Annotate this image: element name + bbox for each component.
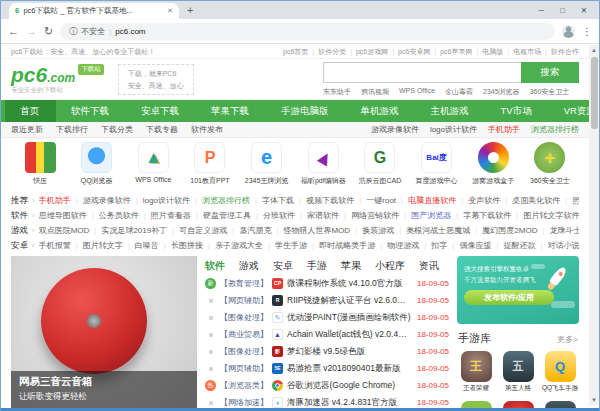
page-scrollbar[interactable]: ▲ ▼ xyxy=(589,45,599,405)
software-list-row[interactable]: 【商业贸易】 ▲ Achain Wallet(act钱包) v2.0.4官方版 … xyxy=(205,326,449,343)
keyword-link[interactable]: 变声软件 xyxy=(456,195,500,206)
keyword-link[interactable]: 换装游戏 xyxy=(350,225,394,236)
subnav-link[interactable]: 最近更新 xyxy=(11,124,43,135)
keyword-link[interactable]: 即时战略类手游 xyxy=(307,240,375,251)
game-card[interactable]: Q QQ飞车手游 xyxy=(541,351,579,393)
game-card[interactable]: 王 王者荣耀 xyxy=(457,351,495,393)
panel-tab[interactable]: 游戏 xyxy=(239,259,259,273)
keyword-link[interactable]: 对话小说 xyxy=(535,240,579,251)
forward-button[interactable]: → xyxy=(26,26,37,37)
nav-item[interactable]: 安卓下载 xyxy=(126,100,196,122)
software-title-link[interactable]: 微课程制作系统 v4.10.0官方版 xyxy=(287,278,413,290)
keyword-link[interactable]: 亲子游戏大全 xyxy=(203,240,263,251)
keyword-link[interactable]: 家谱软件 xyxy=(295,210,339,221)
game-card[interactable]: 仙 xyxy=(541,401,579,408)
scroll-up-icon[interactable]: ▲ xyxy=(589,47,599,53)
category-link[interactable]: 【网页辅助】 xyxy=(220,295,268,306)
keyword-link[interactable]: 网络营销软件 xyxy=(339,210,399,221)
panel-tab[interactable]: 安卓 xyxy=(273,259,293,273)
featured-app[interactable]: + 360安全卫士 xyxy=(525,141,575,193)
software-list-row[interactable]: 【网页辅助】 5E 易游抢票 v2018090401最新版 18-09-05 xyxy=(205,360,449,377)
scroll-down-icon[interactable]: ▼ xyxy=(589,397,599,403)
keyword-link[interactable]: 物理游戏 xyxy=(375,240,419,251)
keyword-link[interactable]: 一键root xyxy=(354,195,396,206)
keyword-link[interactable]: 白噪音 xyxy=(123,240,159,251)
hot-word-link[interactable]: 2345浏览器 xyxy=(483,87,520,97)
nav-item[interactable]: 单机游戏 xyxy=(346,100,416,122)
keyword-link[interactable]: 偶像应援 xyxy=(447,240,491,251)
software-title-link[interactable]: 海豚加速器 v4.2.4.831官方版 xyxy=(287,397,413,409)
category-link[interactable]: 【网页辅助】 xyxy=(220,363,268,374)
category-link[interactable]: 【浏览器类】 xyxy=(220,380,268,391)
nav-item[interactable]: 主机游戏 xyxy=(416,100,486,122)
top-link[interactable]: pc6游戏网 xyxy=(346,47,388,57)
panel-tab[interactable]: 软件 xyxy=(205,259,225,273)
keyword-link[interactable]: 奥根河战士恶魔城 xyxy=(394,225,470,236)
scrollbar-thumb[interactable] xyxy=(591,57,598,129)
tab-close-icon[interactable]: ✕ xyxy=(167,7,173,15)
keyword-link[interactable]: 双点医院MOD xyxy=(39,225,90,236)
featured-app[interactable]: ▶ 福昕pdf编辑器 xyxy=(298,141,348,193)
keyword-link[interactable]: 游戏录像软件 xyxy=(71,195,131,206)
keyword-link[interactable]: 国产浏览器 xyxy=(399,210,451,221)
nav-item[interactable]: 苹果下载 xyxy=(196,100,266,122)
reload-button[interactable]: ↻ xyxy=(44,26,53,37)
software-list-row[interactable]: 【图像处理】 ✎ 优动漫PAINT(漫画插画绘制软件) 18-09-05 xyxy=(205,309,449,326)
game-card[interactable]: 五 第五人格 xyxy=(499,351,537,393)
category-link[interactable]: 【网络加速】 xyxy=(220,397,268,408)
hot-word-link[interactable]: 东东助手 xyxy=(323,87,351,97)
keyword-link[interactable]: 公务员软件 xyxy=(87,210,139,221)
featured-app[interactable]: QQ浏览器 xyxy=(72,141,122,193)
keyword-link[interactable]: 提醒还款 xyxy=(491,240,535,251)
keyword-link[interactable]: 可自定义游戏 xyxy=(167,225,227,236)
keyword-link[interactable]: 电脑直播软件 xyxy=(396,195,456,206)
keyword-link[interactable]: 怪物猎人世界MOD xyxy=(271,225,350,236)
hot-word-link[interactable]: 360安全卫士 xyxy=(530,87,570,97)
panel-tab[interactable]: 手游 xyxy=(307,259,327,273)
keyword-link[interactable]: 蒸汽朋克 xyxy=(227,225,271,236)
featured-app[interactable]: 快压 xyxy=(15,141,65,193)
browser-menu-icon[interactable]: ⋮ xyxy=(582,26,592,37)
software-title-link[interactable]: 优动漫PAINT(漫画插画绘制软件) xyxy=(287,312,413,324)
info-icon[interactable]: ⓘ xyxy=(69,26,77,37)
panel-tab[interactable]: 资讯 xyxy=(419,259,439,273)
close-window-button[interactable]: ✕ xyxy=(581,6,587,15)
keyword-link[interactable]: 手机报警 xyxy=(39,240,71,251)
software-list-row[interactable]: 新 【教育管理】 CP 微课程制作系统 v4.10.0官方版 18-09-05 xyxy=(205,275,449,292)
software-list-row[interactable]: 【图像处理】 影 梦幻影楼 v9.5绿色版 18-09-05 xyxy=(205,343,449,360)
panel-tab[interactable]: 小程序 xyxy=(375,259,405,273)
subnav-keyword-link[interactable]: 浏览器排行榜 xyxy=(531,124,579,135)
keyword-link[interactable]: logo设计软件 xyxy=(131,195,190,206)
keyword-link[interactable]: 实况足球2019补丁 xyxy=(89,225,167,236)
nav-item[interactable]: 首页 xyxy=(5,100,56,122)
keyword-link[interactable]: 字体下载 xyxy=(250,195,294,206)
nav-item[interactable]: VR资源 xyxy=(549,100,589,122)
maximize-button[interactable]: □ xyxy=(560,6,565,15)
hot-word-link[interactable]: WPS Office xyxy=(399,87,435,97)
software-list-row[interactable]: 热 【浏览器类】 谷歌浏览器(Google Chrome) 18-09-05 xyxy=(205,377,449,394)
keyword-link[interactable]: 长图拼接 xyxy=(159,240,203,251)
keyword-link[interactable]: 图片转文字软件 xyxy=(511,210,579,221)
top-link[interactable]: 电脑版 xyxy=(473,47,504,57)
keyword-link[interactable]: 照片视频软件 xyxy=(560,195,579,206)
category-link[interactable]: 【图像处理】 xyxy=(220,312,268,323)
keyword-link[interactable]: 手机助手 xyxy=(39,195,71,206)
featured-app[interactable]: P 101教育PPT xyxy=(185,141,235,193)
keyword-link[interactable]: 浏览器排行榜 xyxy=(190,195,250,206)
keyword-link[interactable]: 分班软件 xyxy=(251,210,295,221)
featured-app[interactable]: e 2345王牌浏览 xyxy=(242,141,292,193)
keyword-link[interactable]: 图片转文字 xyxy=(71,240,123,251)
minimize-button[interactable]: ─ xyxy=(539,6,544,15)
profile-avatar[interactable] xyxy=(562,25,575,38)
keyword-link[interactable]: 字幕下载软件 xyxy=(451,210,511,221)
top-link[interactable]: pc6安卓网 xyxy=(388,47,430,57)
top-link[interactable]: pc6首页 xyxy=(283,47,308,57)
software-list-row[interactable]: 【网页辅助】 R RIIP锐捷解密认证平台 v2.6.0官方版 18-09-05 xyxy=(205,292,449,309)
publish-software-button[interactable]: 发布软件/应用 xyxy=(464,290,554,305)
nav-item[interactable]: 手游电脑版 xyxy=(266,100,346,122)
game-card[interactable]: 梦 xyxy=(499,401,537,408)
panel-tab[interactable]: 苹果 xyxy=(341,259,361,273)
software-title-link[interactable]: RIIP锐捷解密认证平台 v2.6.0官方版 xyxy=(287,295,413,307)
site-logo[interactable]: pc6.com 下载站 专业安全的下载站 xyxy=(11,64,104,95)
subnav-keyword-link[interactable]: logo设计软件 xyxy=(430,124,477,135)
